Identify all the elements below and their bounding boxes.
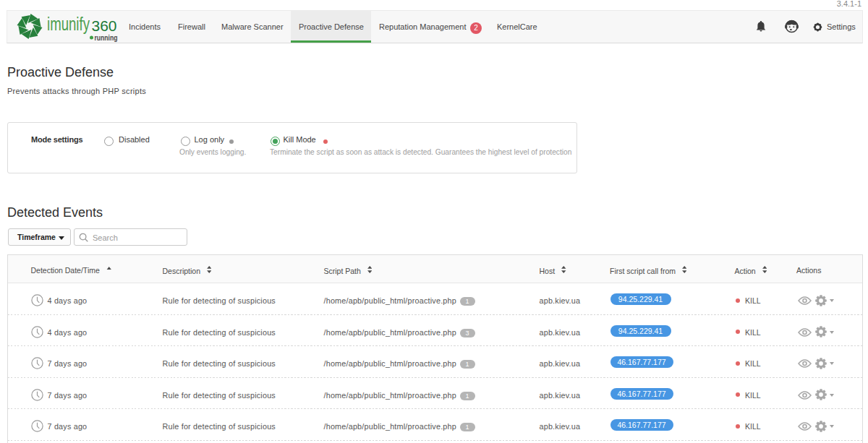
svg-text:360: 360 bbox=[92, 17, 117, 34]
svg-text:running: running bbox=[95, 33, 118, 42]
svg-text:imunify: imunify bbox=[47, 16, 90, 35]
